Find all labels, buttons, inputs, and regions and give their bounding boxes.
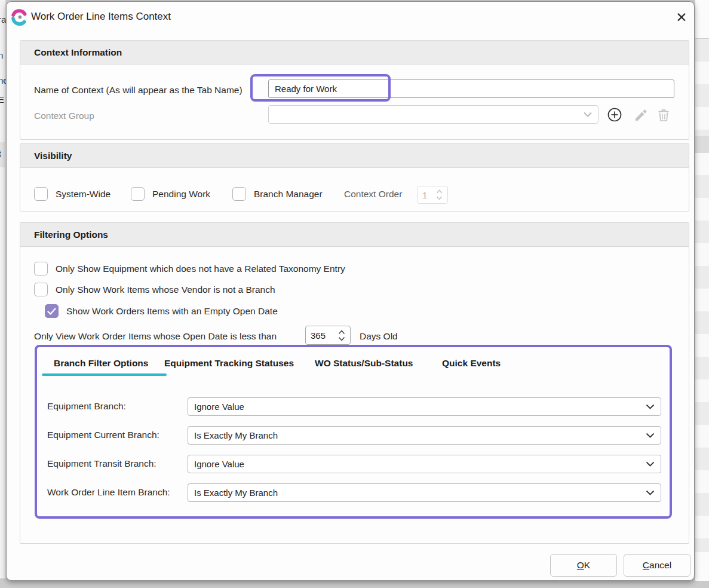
app-logo-icon [11, 9, 27, 26]
tab-quick-events[interactable]: Quick Events [442, 358, 501, 369]
chevron-down-icon [646, 461, 655, 467]
equipment-transit-branch-value: Ignore Value [194, 459, 641, 469]
equipment-branch-label: Equipment Branch: [47, 401, 126, 412]
context-order-stepper[interactable]: 1 [417, 186, 448, 204]
filtering-options-section: Filtering Options Only Show Equipment wh… [20, 222, 689, 544]
close-icon[interactable]: ✕ [670, 7, 693, 28]
context-name-input[interactable] [268, 79, 674, 98]
vendor-not-branch-label: Only Show Work Items whose Vendor is not… [56, 284, 275, 295]
pending-work-label: Pending Work [152, 189, 210, 200]
cancel-button[interactable]: Cancel [624, 554, 690, 577]
visibility-header: Visibility [20, 144, 689, 168]
empty-open-date-label: Show Work Orders Items with an Empty Ope… [66, 306, 278, 317]
context-information-header: Context Information [20, 41, 689, 65]
no-taxonomy-entry-checkbox[interactable] [34, 262, 48, 275]
plus-circle-icon [607, 107, 622, 122]
branch-manager-checkbox[interactable] [232, 187, 246, 201]
check-icon [47, 308, 56, 315]
work-order-line-item-branch-value: Is Exactly My Branch [194, 488, 641, 498]
empty-open-date-checkbox[interactable] [45, 304, 59, 318]
tab-equipment-tracking-statuses[interactable]: Equipment Tracking Statuses [164, 358, 294, 369]
visibility-section: Visibility System-Wide Pending Work Bran… [20, 143, 689, 212]
background-text-fragment: n [0, 50, 3, 60]
add-context-group-button[interactable] [606, 106, 623, 123]
context-order-label: Context Order [344, 189, 402, 200]
equipment-current-branch-value: Is Exactly My Branch [194, 430, 641, 440]
pending-work-checkbox[interactable] [131, 187, 145, 201]
filtering-options-header: Filtering Options [20, 223, 689, 247]
equipment-transit-branch-label: Equipment Transit Branch: [47, 458, 156, 469]
chevron-down-icon [584, 112, 592, 117]
ok-button-rest: K [584, 560, 590, 570]
background-table-rows [695, 38, 709, 552]
work-order-context-dialog: Work Order Line Items Context ✕ Context … [6, 1, 695, 581]
equipment-current-branch-dropdown[interactable]: Is Exactly My Branch [188, 426, 661, 445]
days-old-suffix-label: Days Old [360, 331, 398, 342]
no-taxonomy-entry-label: Only Show Equipment which does not have … [56, 264, 345, 274]
cancel-button-accel: C [643, 560, 649, 570]
background-text-fragment: E [0, 94, 4, 105]
context-group-label: Context Group [34, 111, 94, 121]
tab-branch-filter-options[interactable]: Branch Filter Options [54, 358, 148, 369]
work-order-line-item-branch-dropdown[interactable]: Is Exactly My Branch [188, 483, 661, 502]
chevron-down-icon [646, 404, 655, 409]
ok-button[interactable]: OK [550, 554, 617, 577]
edit-context-group-button[interactable] [633, 107, 649, 124]
chevron-down-icon [646, 490, 655, 495]
branch-manager-label: Branch Manager [254, 189, 323, 200]
days-old-value: 365 [311, 330, 338, 341]
background-text-fragment: t [0, 148, 1, 158]
delete-context-group-button[interactable] [655, 107, 672, 124]
active-tab-indicator [42, 373, 167, 376]
chevron-down-icon [646, 433, 655, 438]
equipment-branch-value: Ignore Value [194, 402, 641, 412]
background-text-fragment: ra [0, 14, 6, 24]
work-order-line-item-branch-label: Work Order Line Item Branch: [47, 487, 170, 498]
name-of-context-label: Name of Context (As will appear as the T… [34, 85, 243, 96]
vendor-not-branch-checkbox[interactable] [34, 283, 48, 296]
system-wide-checkbox[interactable] [34, 187, 48, 201]
equipment-branch-dropdown[interactable]: Ignore Value [188, 397, 661, 416]
context-order-value: 1 [422, 190, 436, 200]
spinner-up-down-icon [436, 189, 443, 200]
days-old-prefix-label: Only View Work Order Items whose Open Da… [34, 331, 277, 342]
system-wide-label: System-Wide [56, 189, 111, 200]
equipment-current-branch-label: Equipment Current Branch: [47, 430, 159, 440]
trash-icon [656, 108, 671, 122]
spinner-up-down-icon [338, 330, 345, 341]
context-group-dropdown[interactable] [268, 105, 598, 124]
background-table-selected-row [695, 136, 709, 153]
cancel-button-rest: ancel [649, 560, 671, 570]
equipment-transit-branch-dropdown[interactable]: Ignore Value [188, 455, 661, 473]
background-window-right-edge [695, 0, 709, 581]
pencil-icon [634, 108, 648, 122]
days-old-stepper[interactable]: 365 [305, 326, 351, 345]
ok-button-accel: O [577, 560, 584, 570]
dialog-title: Work Order Line Items Context [31, 11, 171, 23]
title-bar: Work Order Line Items Context ✕ [7, 2, 694, 34]
context-information-section: Context Information Name of Context (As … [20, 40, 689, 140]
background-window-left-edge: ra n ne E t [0, 0, 6, 578]
tab-wo-status-sub-status[interactable]: WO Status/Sub-Status [315, 358, 413, 369]
